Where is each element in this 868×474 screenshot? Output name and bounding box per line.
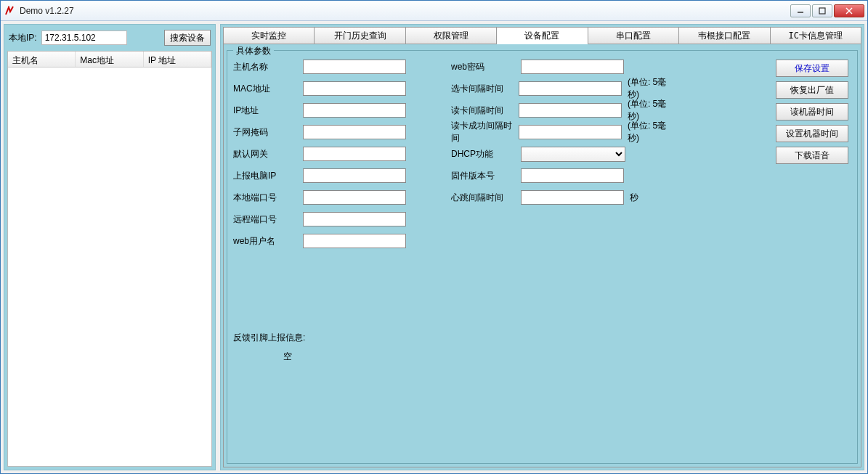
window-buttons bbox=[790, 4, 864, 17]
app-icon bbox=[4, 5, 15, 17]
client-area: 本地IP: 搜索设备 主机名 Mac地址 IP 地址 实时监控开门历史查询权限管… bbox=[1, 21, 867, 473]
mid-unit-3: (单位: 5毫秒) bbox=[628, 120, 676, 144]
left-row-8: web用户名 bbox=[233, 234, 451, 248]
device-grid: 主机名 Mac地址 IP 地址 bbox=[7, 51, 212, 467]
titlebar: Demo v1.2.27 bbox=[1, 1, 867, 21]
action-button-1[interactable]: 恢复出厂值 bbox=[776, 81, 848, 99]
left-row-7: 远程端口号 bbox=[233, 212, 451, 226]
svg-rect-1 bbox=[819, 8, 825, 14]
col-host[interactable]: 主机名 bbox=[8, 52, 76, 67]
local-ip-label: 本地IP: bbox=[9, 32, 37, 44]
left-input-5[interactable] bbox=[303, 168, 406, 183]
left-row-2: IP地址 bbox=[233, 103, 451, 118]
feedback-label: 反馈引脚上报信息: bbox=[233, 328, 451, 347]
local-ip-input[interactable] bbox=[41, 30, 127, 45]
left-row-4: 默认网关 bbox=[233, 147, 451, 161]
left-label-5: 上报电脑IP bbox=[233, 170, 303, 182]
left-label-3: 子网掩码 bbox=[233, 126, 303, 139]
device-grid-header: 主机名 Mac地址 IP 地址 bbox=[8, 52, 211, 68]
mid-row-1: 选卡间隔时间(单位: 5毫秒) bbox=[451, 81, 676, 96]
left-row-5: 上报电脑IP bbox=[233, 168, 451, 183]
mid-input-2[interactable] bbox=[519, 103, 622, 118]
left-input-2[interactable] bbox=[303, 103, 406, 118]
left-row-6: 本地端口号 bbox=[233, 190, 451, 205]
right-panel: 实时监控开门历史查询权限管理设备配置串口配置韦根接口配置IC卡信息管理 具体参数… bbox=[220, 24, 864, 470]
mid-input-3[interactable] bbox=[519, 125, 622, 139]
mid-label-5: 固件版本号 bbox=[451, 170, 521, 182]
mid-unit-6: 秒 bbox=[630, 192, 638, 204]
mid-row-3: 读卡成功间隔时间(单位: 5毫秒) bbox=[451, 125, 676, 139]
left-label-4: 默认网关 bbox=[233, 148, 303, 160]
form-columns: 主机名称MAC地址IP地址子网掩码默认网关上报电脑IP本地端口号远程端口号web… bbox=[233, 60, 851, 457]
fieldset-legend: 具体参数 bbox=[233, 45, 274, 57]
close-button[interactable] bbox=[834, 4, 864, 17]
action-button-4[interactable]: 下载语音 bbox=[776, 147, 848, 164]
left-input-1[interactable] bbox=[303, 81, 406, 96]
tab-body: 具体参数 主机名称MAC地址IP地址子网掩码默认网关上报电脑IP本地端口号远程端… bbox=[223, 44, 861, 467]
mid-row-4: DHCP功能 bbox=[451, 147, 676, 161]
feedback-value: 空 bbox=[233, 347, 342, 366]
tab-strip: 实时监控开门历史查询权限管理设备配置串口配置韦根接口配置IC卡信息管理 bbox=[223, 27, 861, 44]
left-label-7: 远程端口号 bbox=[233, 213, 303, 226]
mid-label-2: 读卡间隔时间 bbox=[451, 105, 519, 117]
params-fieldset: 具体参数 主机名称MAC地址IP地址子网掩码默认网关上报电脑IP本地端口号远程端… bbox=[227, 50, 858, 464]
mid-label-3: 读卡成功间隔时间 bbox=[451, 120, 519, 144]
mid-label-6: 心跳间隔时间 bbox=[451, 192, 521, 204]
action-button-3[interactable]: 设置机器时间 bbox=[776, 125, 848, 142]
mid-input-0[interactable] bbox=[521, 60, 624, 74]
tab-4[interactable]: 串口配置 bbox=[588, 27, 679, 44]
form-col-left: 主机名称MAC地址IP地址子网掩码默认网关上报电脑IP本地端口号远程端口号web… bbox=[233, 60, 451, 457]
form-col-right: 保存设置恢复出厂值读机器时间设置机器时间下载语音 bbox=[676, 60, 851, 457]
mid-select-4[interactable] bbox=[521, 147, 625, 162]
left-input-6[interactable] bbox=[303, 190, 406, 205]
mid-row-2: 读卡间隔时间(单位: 5毫秒) bbox=[451, 103, 676, 118]
mid-row-6: 心跳间隔时间秒 bbox=[451, 190, 676, 205]
tab-5[interactable]: 韦根接口配置 bbox=[679, 27, 770, 44]
left-input-3[interactable] bbox=[303, 125, 406, 139]
mid-label-4: DHCP功能 bbox=[451, 148, 521, 160]
left-panel-top: 本地IP: 搜索设备 bbox=[7, 28, 212, 48]
window-title: Demo v1.2.27 bbox=[20, 6, 790, 16]
mid-input-5[interactable] bbox=[521, 168, 624, 183]
device-grid-body[interactable] bbox=[8, 68, 211, 466]
left-input-7[interactable] bbox=[303, 212, 406, 226]
tab-1[interactable]: 开门历史查询 bbox=[315, 27, 405, 44]
mid-input-6[interactable] bbox=[521, 190, 624, 205]
col-mac[interactable]: Mac地址 bbox=[76, 52, 143, 67]
left-row-0: 主机名称 bbox=[233, 60, 451, 74]
left-input-8[interactable] bbox=[303, 234, 406, 248]
tab-6[interactable]: IC卡信息管理 bbox=[771, 27, 861, 44]
left-label-1: MAC地址 bbox=[233, 83, 303, 95]
form-col-mid: web密码选卡间隔时间(单位: 5毫秒)读卡间隔时间(单位: 5毫秒)读卡成功间… bbox=[451, 60, 676, 457]
left-label-6: 本地端口号 bbox=[233, 192, 303, 204]
left-label-0: 主机名称 bbox=[233, 61, 303, 73]
mid-unit-1: (单位: 5毫秒) bbox=[628, 76, 676, 101]
col-ip[interactable]: IP 地址 bbox=[144, 52, 211, 67]
action-button-0[interactable]: 保存设置 bbox=[776, 60, 848, 77]
minimize-button[interactable] bbox=[790, 4, 811, 17]
left-label-8: web用户名 bbox=[233, 235, 303, 248]
tab-3[interactable]: 设备配置 bbox=[497, 27, 588, 44]
feedback-block: 反馈引脚上报信息: 空 bbox=[233, 328, 451, 367]
left-row-3: 子网掩码 bbox=[233, 125, 451, 139]
maximize-button[interactable] bbox=[812, 4, 832, 17]
action-button-2[interactable]: 读机器时间 bbox=[776, 103, 848, 120]
left-row-1: MAC地址 bbox=[233, 81, 451, 96]
mid-input-1[interactable] bbox=[519, 81, 622, 96]
left-input-0[interactable] bbox=[303, 60, 406, 74]
tab-0[interactable]: 实时监控 bbox=[223, 27, 315, 44]
search-device-button[interactable]: 搜索设备 bbox=[164, 30, 211, 46]
mid-row-5: 固件版本号 bbox=[451, 168, 676, 183]
mid-label-1: 选卡间隔时间 bbox=[451, 83, 519, 95]
mid-label-0: web密码 bbox=[451, 61, 521, 73]
left-panel: 本地IP: 搜索设备 主机名 Mac地址 IP 地址 bbox=[4, 24, 216, 470]
mid-row-0: web密码 bbox=[451, 60, 676, 74]
mid-unit-2: (单位: 5毫秒) bbox=[628, 98, 676, 123]
app-window: Demo v1.2.27 本地IP: 搜索设备 主机名 Mac地址 IP 地址 bbox=[0, 0, 868, 474]
tab-2[interactable]: 权限管理 bbox=[406, 27, 497, 44]
left-label-2: IP地址 bbox=[233, 105, 303, 117]
left-input-4[interactable] bbox=[303, 147, 406, 161]
